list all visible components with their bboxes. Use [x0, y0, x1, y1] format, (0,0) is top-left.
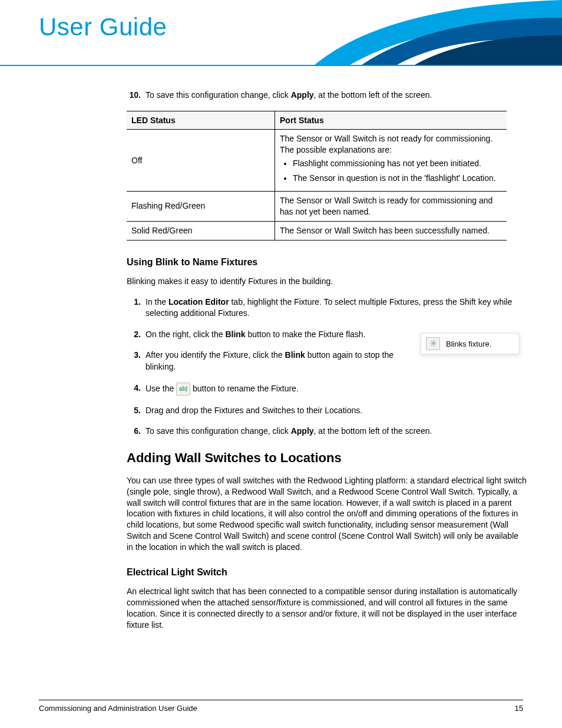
- table-row: Off The Sensor or Wall Switch is not rea…: [127, 130, 507, 192]
- section-blink-title: Using Blink to Name Fixtures: [127, 257, 527, 268]
- cell-port: The Sensor or Wall Switch is ready for c…: [275, 192, 507, 222]
- cell-port: The Sensor or Wall Switch is not ready f…: [275, 130, 507, 192]
- rename-icon: ab|: [179, 385, 187, 393]
- th-port-status: Port Status: [275, 111, 507, 130]
- step-4: 4. Use the ab| button to rename the Fixt…: [127, 383, 527, 396]
- step-number: 10.: [127, 90, 141, 101]
- cell-port: The Sensor or Wall Switch has been succe…: [275, 221, 507, 240]
- asterisk-icon: ✳: [429, 339, 437, 348]
- step-text: On the right, click the Blink button to …: [146, 329, 424, 341]
- section-electrical-switch-title: Electrical Light Switch: [127, 567, 527, 578]
- step-text: In the Location Editor tab, highlight th…: [146, 297, 527, 319]
- step-1: 1. In the Location Editor tab, highlight…: [127, 297, 527, 319]
- step-number: 1.: [127, 297, 141, 319]
- step-text: Use the ab| button to rename the Fixture…: [146, 383, 527, 396]
- table-row: Flashing Red/Green The Sensor or Wall Sw…: [127, 192, 507, 222]
- page-footer: Commissioning and Administration User Gu…: [39, 700, 523, 713]
- step-number: 4.: [127, 383, 141, 396]
- step-number: 2.: [127, 329, 141, 341]
- cell-led: Off: [127, 130, 275, 192]
- footer-title: Commissioning and Administration User Gu…: [39, 704, 197, 713]
- footer-page-number: 15: [515, 704, 523, 713]
- rename-button-icon[interactable]: ab|: [176, 383, 190, 396]
- step-text: To save this configuration change, click…: [146, 90, 527, 101]
- table-row: Solid Red/Green The Sensor or Wall Switc…: [127, 221, 507, 240]
- step-text: Drag and drop the Fixtures and Switches …: [146, 405, 527, 417]
- step-number: 6.: [127, 426, 141, 437]
- callout-text: Blinks fixture.: [446, 340, 491, 348]
- intro-step-10: 10. To save this configuration change, c…: [127, 90, 527, 101]
- blink-button-icon[interactable]: ✳: [426, 337, 440, 350]
- step-6: 6. To save this configuration change, cl…: [127, 426, 527, 437]
- header-title: User Guide: [39, 13, 167, 41]
- step-text: After you identify the Fixture, click th…: [146, 350, 424, 373]
- list-item: Flashlight commissioning has not yet bee…: [293, 158, 502, 169]
- section-electrical-switch-body: An electrical light switch that has been…: [127, 586, 527, 631]
- cell-led: Solid Red/Green: [127, 221, 275, 240]
- page-header: User Guide: [0, 0, 562, 66]
- th-led-status: LED Status: [127, 111, 275, 130]
- header-swoosh-graphic: [279, 0, 562, 65]
- section-wall-switches-title: Adding Wall Switches to Locations: [127, 450, 527, 466]
- step-number: 5.: [127, 405, 141, 417]
- step-number: 3.: [127, 350, 141, 373]
- cell-led: Flashing Red/Green: [127, 192, 275, 222]
- step-5: 5. Drag and drop the Fixtures and Switch…: [127, 405, 527, 417]
- blink-callout: ✳ Blinks fixture.: [421, 333, 520, 354]
- section-wall-switches-body: You can use three types of wall switches…: [127, 475, 527, 553]
- table-header-row: LED Status Port Status: [127, 111, 507, 130]
- led-status-table: LED Status Port Status Off The Sensor or…: [127, 111, 507, 241]
- port-bullet-list: Flashlight commissioning has not yet bee…: [280, 158, 502, 184]
- list-item: The Sensor in question is not in the 'fl…: [293, 173, 502, 184]
- step-text: To save this configuration change, click…: [146, 426, 527, 437]
- section-blink-intro: Blinking makes it easy to identify Fixtu…: [127, 276, 527, 287]
